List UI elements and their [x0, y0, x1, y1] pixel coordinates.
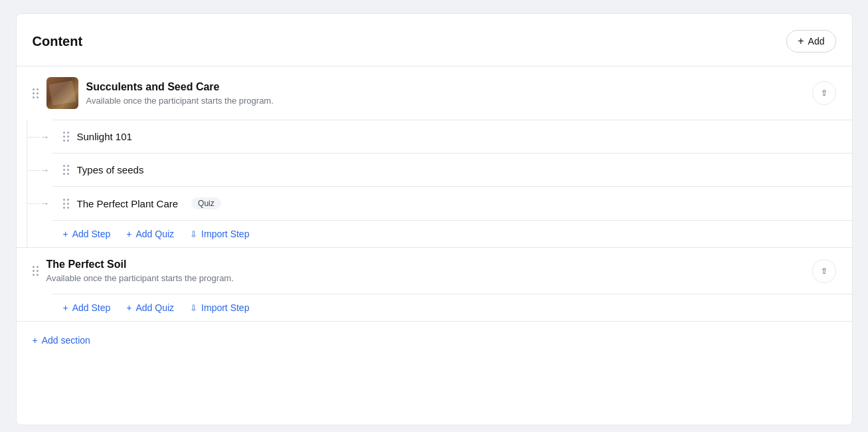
- page-title: Content: [33, 34, 83, 49]
- drag-handle-succulents[interactable]: [33, 88, 39, 98]
- import-icon: ⇩: [190, 229, 197, 239]
- step-name-seeds: Types of seeds: [77, 164, 144, 175]
- section-header-succulents: Succulents and Seed Care Available once …: [17, 66, 852, 120]
- plus-icon-section: +: [33, 335, 38, 346]
- drag-handle-step-plant-care[interactable]: [63, 199, 69, 209]
- section-name-soil: The Perfect Soil: [46, 259, 804, 270]
- add-step-button-soil[interactable]: + Add Step: [63, 302, 111, 313]
- add-section-button[interactable]: + Add section: [33, 335, 90, 346]
- step-name-plant-care: The Perfect Plant Care: [77, 198, 179, 209]
- vertical-line: [27, 120, 27, 247]
- import-step-button-soil[interactable]: ⇩ Import Step: [190, 302, 249, 313]
- section-header-soil: The Perfect Soil Available once the part…: [17, 247, 852, 294]
- section-thumbnail-succulents: [46, 77, 78, 109]
- content-panel: Content + Add Succulents and Seed Care A…: [16, 13, 853, 425]
- section-name-succulents: Succulents and Seed Care: [86, 81, 804, 93]
- section-soil: The Perfect Soil Available once the part…: [17, 247, 852, 321]
- step-connector-3: [27, 203, 40, 204]
- import-icon-soil: ⇩: [190, 303, 197, 313]
- step-types-of-seeds: Types of seeds: [52, 154, 852, 187]
- add-quiz-button-succulents[interactable]: + Add Quiz: [126, 229, 174, 239]
- add-step-row-succulents: + Add Step + Add Quiz ⇩ Import Step: [52, 221, 852, 247]
- import-step-button-succulents[interactable]: ⇩ Import Step: [190, 229, 249, 239]
- plus-icon-quiz: +: [126, 229, 131, 239]
- plus-icon: +: [798, 35, 804, 47]
- section-succulents: Succulents and Seed Care Available once …: [17, 66, 852, 247]
- step-name-sunlight: Sunlight 101: [77, 131, 132, 142]
- add-step-button-succulents[interactable]: + Add Step: [63, 229, 111, 239]
- add-section-area: + Add section: [17, 321, 852, 359]
- collapse-button-succulents[interactable]: ⇧: [812, 81, 836, 105]
- chevron-up-icon-soil: ⇧: [821, 267, 827, 276]
- section-availability-soil: Available once the participant starts th…: [46, 273, 804, 283]
- section-info-succulents: Succulents and Seed Care Available once …: [86, 81, 804, 106]
- chevron-up-icon: ⇧: [821, 88, 827, 98]
- plus-icon-step-soil: +: [63, 302, 68, 313]
- quiz-badge-plant-care: Quiz: [191, 197, 221, 209]
- drag-handle-step-sunlight[interactable]: [63, 132, 69, 142]
- steps-area-soil: + Add Step + Add Quiz ⇩ Import Step: [52, 294, 852, 321]
- plus-icon-step: +: [63, 229, 68, 239]
- add-step-row-soil: + Add Step + Add Quiz ⇩ Import Step: [52, 294, 852, 321]
- plus-icon-quiz-soil: +: [126, 302, 131, 313]
- drag-handle-step-seeds[interactable]: [63, 165, 69, 175]
- content-header: Content + Add: [17, 30, 852, 66]
- add-button[interactable]: + Add: [786, 30, 835, 53]
- drag-handle-soil[interactable]: [33, 266, 39, 276]
- step-connector-2: [27, 170, 40, 171]
- step-sunlight-101: Sunlight 101: [52, 120, 852, 154]
- section-availability-succulents: Available once the participant starts th…: [86, 96, 804, 106]
- collapse-button-soil[interactable]: ⇧: [812, 259, 836, 283]
- step-connector-1: [27, 137, 40, 138]
- steps-area-succulents: Sunlight 101 Types of seeds The: [52, 120, 852, 247]
- step-perfect-plant-care: The Perfect Plant Care Quiz: [52, 187, 852, 221]
- section-info-soil: The Perfect Soil Available once the part…: [46, 259, 804, 283]
- add-quiz-button-soil[interactable]: + Add Quiz: [126, 302, 174, 313]
